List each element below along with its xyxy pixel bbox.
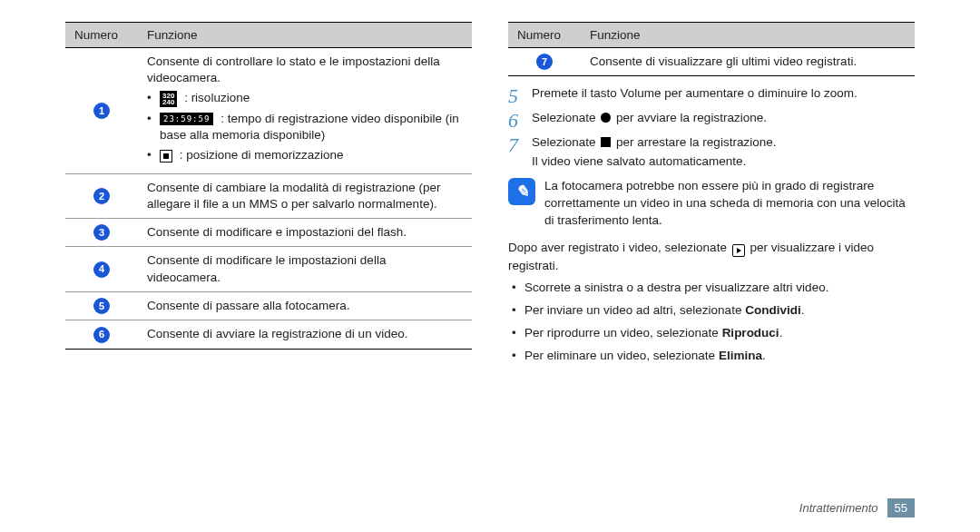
step-text: Premete il tasto Volume per aumentare o … [532,85,915,103]
step-number: 7 [508,134,532,155]
bullet-list: Scorrete a sinistra o a destra per visua… [508,280,915,365]
col-header-funzione: Funzione [138,23,472,48]
page: Numero Funzione 1 Consente di controllar… [0,0,980,407]
sub-item: • : posizione di memorizzazione [147,147,463,163]
left-column: Numero Funzione 1 Consente di controllar… [65,22,472,370]
list-item: Scorrete a sinistra o a destra per visua… [512,280,915,297]
table-row: 6 Consente di avviare la registrazione d… [65,320,472,349]
table-row: 4 Consente di modificare le impostazioni… [65,247,472,291]
table-row: 1 Consente di controllare lo stato e le … [65,48,472,174]
bullet-text: Per inviare un video ad altri, seleziona… [524,303,745,317]
number-badge: 5 [93,298,110,314]
step-5: 5 Premete il tasto Volume per aumentare … [508,85,915,106]
bullet-text: . [801,303,805,317]
row-text: Consente di visualizzare gli ultimi vide… [581,48,915,76]
storage-icon [160,150,172,163]
note-block: ✎ La fotocamera potrebbe non essere più … [508,178,915,230]
sub-text: : posizione di memorizzazione [180,148,344,162]
function-table-right: Numero Funzione 7 Consente di visualizza… [508,22,915,76]
play-icon [732,244,745,257]
list-item: Per inviare un video ad altri, seleziona… [512,302,915,320]
step-subtext: Il video viene salvato automaticamente. [532,153,915,171]
after-note-pre: Dopo aver registrato i video, selezionat… [508,241,730,254]
footer-section: Intrattenimento [799,501,878,515]
row-text: Consente di passare alla fotocamera. [138,291,472,320]
number-badge: 1 [93,103,110,119]
step-text-pre: Selezionate [532,135,599,149]
footer-page-number: 55 [887,498,915,517]
bullet-text: Per riprodurre un video, selezionate [524,326,722,340]
record-icon [601,113,611,123]
number-badge: 6 [93,327,110,343]
right-column: Numero Funzione 7 Consente di visualizza… [508,22,915,370]
bullet-text: . [762,349,766,362]
table-row: 2 Consente di cambiare la modalità di re… [65,173,472,218]
bullet-text: . [779,326,783,340]
step-number: 5 [508,85,532,106]
table-row: 3 Consente di modificare e impostazioni … [65,218,472,246]
table-row: 7 Consente di visualizzare gli ultimi vi… [508,48,915,76]
sub-item: • 320240 : risoluzione [147,90,463,106]
row-intro: Consente di controllare lo stato e le im… [147,54,463,86]
sub-text: : risoluzione [184,91,250,104]
row-text: Consente di modificare e impostazioni de… [138,218,472,246]
list-item: Per riprodurre un video, selezionate Rip… [512,325,915,342]
step-7: 7 Selezionate per arrestare la registraz… [508,134,915,171]
note-icon: ✎ [508,178,535,205]
note-text: La fotocamera potrebbe non essere più in… [544,178,915,230]
row-text: Consente di avviare la registrazione di … [138,320,472,349]
step-number: 6 [508,110,532,131]
bullet-text: Per eliminare un video, selezionate [524,349,719,362]
timer-icon: 23:59:59 [160,113,213,125]
col-header-numero: Numero [508,23,581,48]
page-footer: Intrattenimento 55 [799,498,915,517]
number-badge: 3 [93,224,110,241]
bullet-bold: Riproduci [722,326,779,340]
table-row: 5 Consente di passare alla fotocamera. [65,291,472,320]
number-badge: 7 [536,54,553,70]
number-badge: 2 [93,188,110,204]
row-text: Consente di cambiare la modalità di regi… [138,173,472,218]
list-item: Per eliminare un video, selezionate Elim… [512,348,915,365]
bullet-bold: Condividi [745,303,801,317]
after-note: Dopo aver registrato i video, selezionat… [508,239,915,275]
bullet-text: Scorrete a sinistra o a destra per visua… [524,281,828,294]
number-badge: 4 [93,261,110,278]
step-text-post: per arrestare la registrazione. [616,135,776,149]
step-6: 6 Selezionate per avviare la registrazio… [508,110,915,131]
stop-icon [601,137,611,147]
step-text-pre: Selezionate [532,111,599,124]
function-table-left: Numero Funzione 1 Consente di controllar… [65,22,472,350]
step-text-post: per avviare la registrazione. [616,111,767,124]
resolution-icon: 320240 [160,91,177,107]
col-header-funzione: Funzione [581,23,915,48]
col-header-numero: Numero [65,23,138,48]
bullet-bold: Elimina [719,349,762,362]
sub-item: • 23:59:59 : tempo di registrazione vide… [147,111,463,143]
row-text: Consente di modificare le impostazioni d… [138,247,472,291]
